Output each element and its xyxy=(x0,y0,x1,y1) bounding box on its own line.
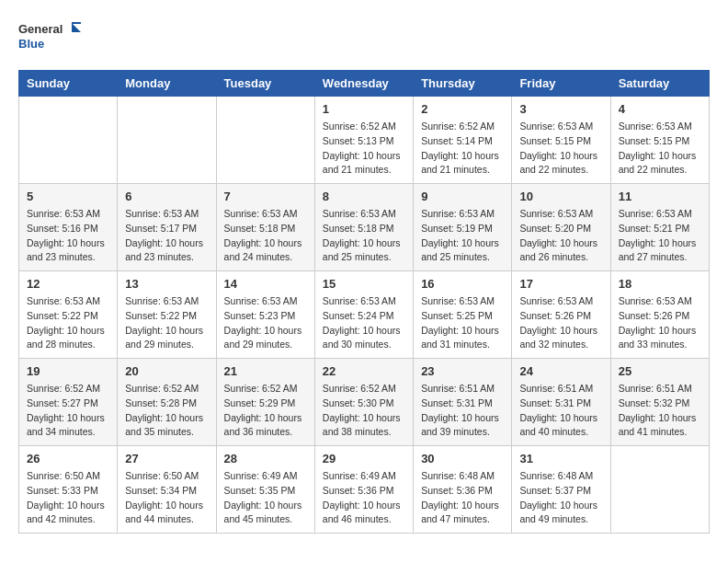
day-number: 20 xyxy=(125,364,208,378)
day-info: Sunrise: 6:49 AM Sunset: 5:35 PM Dayligh… xyxy=(224,469,307,527)
calendar-cell xyxy=(118,97,216,184)
calendar-table: SundayMondayTuesdayWednesdayThursdayFrid… xyxy=(18,70,710,534)
calendar-cell: 23Sunrise: 6:51 AM Sunset: 5:31 PM Dayli… xyxy=(414,359,512,446)
calendar-cell: 21Sunrise: 6:52 AM Sunset: 5:29 PM Dayli… xyxy=(216,359,314,446)
day-info: Sunrise: 6:53 AM Sunset: 5:18 PM Dayligh… xyxy=(323,207,405,265)
day-info: Sunrise: 6:53 AM Sunset: 5:23 PM Dayligh… xyxy=(224,294,307,352)
day-info: Sunrise: 6:53 AM Sunset: 5:26 PM Dayligh… xyxy=(519,294,602,352)
weekday-header-monday: Monday xyxy=(118,71,216,97)
day-number: 14 xyxy=(224,277,307,291)
day-info: Sunrise: 6:49 AM Sunset: 5:36 PM Dayligh… xyxy=(323,469,405,527)
day-info: Sunrise: 6:51 AM Sunset: 5:31 PM Dayligh… xyxy=(519,382,602,440)
calendar-cell xyxy=(19,97,118,184)
weekday-header-tuesday: Tuesday xyxy=(216,71,314,97)
calendar-cell xyxy=(216,97,314,184)
calendar-cell: 14Sunrise: 6:53 AM Sunset: 5:23 PM Dayli… xyxy=(216,271,314,359)
calendar-week-row: 1Sunrise: 6:52 AM Sunset: 5:13 PM Daylig… xyxy=(19,97,710,184)
calendar-cell: 5Sunrise: 6:53 AM Sunset: 5:16 PM Daylig… xyxy=(19,184,118,271)
day-number: 17 xyxy=(519,277,602,291)
day-number: 11 xyxy=(619,190,701,203)
calendar-cell: 15Sunrise: 6:53 AM Sunset: 5:24 PM Dayli… xyxy=(314,271,413,359)
calendar-cell: 9Sunrise: 6:53 AM Sunset: 5:19 PM Daylig… xyxy=(414,184,512,271)
calendar-cell: 3Sunrise: 6:53 AM Sunset: 5:15 PM Daylig… xyxy=(512,97,610,184)
day-number: 6 xyxy=(125,190,208,203)
day-info: Sunrise: 6:52 AM Sunset: 5:27 PM Dayligh… xyxy=(27,382,109,440)
day-number: 5 xyxy=(27,190,109,203)
day-info: Sunrise: 6:53 AM Sunset: 5:22 PM Dayligh… xyxy=(125,294,208,352)
day-number: 29 xyxy=(323,452,405,465)
day-info: Sunrise: 6:53 AM Sunset: 5:25 PM Dayligh… xyxy=(421,294,504,352)
day-number: 10 xyxy=(519,190,602,203)
calendar-cell: 12Sunrise: 6:53 AM Sunset: 5:22 PM Dayli… xyxy=(19,271,118,359)
calendar-cell: 29Sunrise: 6:49 AM Sunset: 5:36 PM Dayli… xyxy=(314,446,413,534)
day-info: Sunrise: 6:53 AM Sunset: 5:18 PM Dayligh… xyxy=(224,207,307,265)
calendar-cell: 25Sunrise: 6:51 AM Sunset: 5:32 PM Dayli… xyxy=(610,359,709,446)
day-number: 18 xyxy=(619,277,701,291)
day-info: Sunrise: 6:53 AM Sunset: 5:22 PM Dayligh… xyxy=(27,294,109,352)
svg-text:Blue: Blue xyxy=(18,37,44,51)
day-number: 4 xyxy=(619,102,701,116)
calendar-cell: 7Sunrise: 6:53 AM Sunset: 5:18 PM Daylig… xyxy=(216,184,314,271)
calendar-cell: 22Sunrise: 6:52 AM Sunset: 5:30 PM Dayli… xyxy=(314,359,413,446)
day-info: Sunrise: 6:51 AM Sunset: 5:31 PM Dayligh… xyxy=(421,382,504,440)
calendar-cell: 6Sunrise: 6:53 AM Sunset: 5:17 PM Daylig… xyxy=(118,184,216,271)
weekday-header-friday: Friday xyxy=(512,71,610,97)
day-number: 2 xyxy=(421,102,504,116)
day-number: 15 xyxy=(323,277,405,291)
day-number: 8 xyxy=(323,190,405,203)
logo: General Blue xyxy=(18,18,83,55)
svg-text:General: General xyxy=(18,22,63,36)
day-info: Sunrise: 6:50 AM Sunset: 5:34 PM Dayligh… xyxy=(125,469,208,527)
calendar-cell: 8Sunrise: 6:53 AM Sunset: 5:18 PM Daylig… xyxy=(314,184,413,271)
day-info: Sunrise: 6:53 AM Sunset: 5:16 PM Dayligh… xyxy=(27,207,109,265)
day-info: Sunrise: 6:52 AM Sunset: 5:30 PM Dayligh… xyxy=(323,382,405,440)
day-info: Sunrise: 6:52 AM Sunset: 5:14 PM Dayligh… xyxy=(421,120,504,178)
calendar-cell: 30Sunrise: 6:48 AM Sunset: 5:36 PM Dayli… xyxy=(414,446,512,534)
day-info: Sunrise: 6:53 AM Sunset: 5:19 PM Dayligh… xyxy=(421,207,504,265)
day-info: Sunrise: 6:53 AM Sunset: 5:26 PM Dayligh… xyxy=(619,294,701,352)
day-number: 31 xyxy=(519,452,602,465)
weekday-header-wednesday: Wednesday xyxy=(314,71,413,97)
day-info: Sunrise: 6:53 AM Sunset: 5:20 PM Dayligh… xyxy=(519,207,602,265)
day-number: 25 xyxy=(619,364,701,378)
calendar-cell: 28Sunrise: 6:49 AM Sunset: 5:35 PM Dayli… xyxy=(216,446,314,534)
day-info: Sunrise: 6:53 AM Sunset: 5:21 PM Dayligh… xyxy=(619,207,701,265)
day-info: Sunrise: 6:48 AM Sunset: 5:36 PM Dayligh… xyxy=(421,469,504,527)
day-number: 23 xyxy=(421,364,504,378)
day-info: Sunrise: 6:50 AM Sunset: 5:33 PM Dayligh… xyxy=(27,469,109,527)
calendar-cell: 13Sunrise: 6:53 AM Sunset: 5:22 PM Dayli… xyxy=(118,271,216,359)
day-info: Sunrise: 6:51 AM Sunset: 5:32 PM Dayligh… xyxy=(619,382,701,440)
calendar-cell: 1Sunrise: 6:52 AM Sunset: 5:13 PM Daylig… xyxy=(314,97,413,184)
weekday-header-saturday: Saturday xyxy=(610,71,709,97)
calendar-cell xyxy=(610,446,709,534)
day-info: Sunrise: 6:52 AM Sunset: 5:28 PM Dayligh… xyxy=(125,382,208,440)
calendar-cell: 31Sunrise: 6:48 AM Sunset: 5:37 PM Dayli… xyxy=(512,446,610,534)
weekday-header-sunday: Sunday xyxy=(19,71,118,97)
calendar-cell: 10Sunrise: 6:53 AM Sunset: 5:20 PM Dayli… xyxy=(512,184,610,271)
day-number: 22 xyxy=(323,364,405,378)
weekday-header-row: SundayMondayTuesdayWednesdayThursdayFrid… xyxy=(19,71,710,97)
day-number: 7 xyxy=(224,190,307,203)
calendar-cell: 16Sunrise: 6:53 AM Sunset: 5:25 PM Dayli… xyxy=(414,271,512,359)
day-number: 30 xyxy=(421,452,504,465)
day-number: 12 xyxy=(27,277,109,291)
day-number: 19 xyxy=(27,364,109,378)
calendar-cell: 24Sunrise: 6:51 AM Sunset: 5:31 PM Dayli… xyxy=(512,359,610,446)
day-number: 3 xyxy=(519,102,602,116)
day-info: Sunrise: 6:53 AM Sunset: 5:17 PM Dayligh… xyxy=(125,207,208,265)
day-number: 27 xyxy=(125,452,208,465)
day-info: Sunrise: 6:53 AM Sunset: 5:15 PM Dayligh… xyxy=(619,120,701,178)
day-number: 9 xyxy=(421,190,504,203)
svg-marker-2 xyxy=(72,23,81,32)
calendar-cell: 11Sunrise: 6:53 AM Sunset: 5:21 PM Dayli… xyxy=(610,184,709,271)
day-number: 13 xyxy=(125,277,208,291)
day-number: 26 xyxy=(27,452,109,465)
day-info: Sunrise: 6:52 AM Sunset: 5:29 PM Dayligh… xyxy=(224,382,307,440)
day-number: 28 xyxy=(224,452,307,465)
calendar-cell: 26Sunrise: 6:50 AM Sunset: 5:33 PM Dayli… xyxy=(19,446,118,534)
calendar-cell: 2Sunrise: 6:52 AM Sunset: 5:14 PM Daylig… xyxy=(414,97,512,184)
day-info: Sunrise: 6:48 AM Sunset: 5:37 PM Dayligh… xyxy=(519,469,602,527)
calendar-cell: 17Sunrise: 6:53 AM Sunset: 5:26 PM Dayli… xyxy=(512,271,610,359)
calendar-week-row: 12Sunrise: 6:53 AM Sunset: 5:22 PM Dayli… xyxy=(19,271,710,359)
calendar-week-row: 26Sunrise: 6:50 AM Sunset: 5:33 PM Dayli… xyxy=(19,446,710,534)
